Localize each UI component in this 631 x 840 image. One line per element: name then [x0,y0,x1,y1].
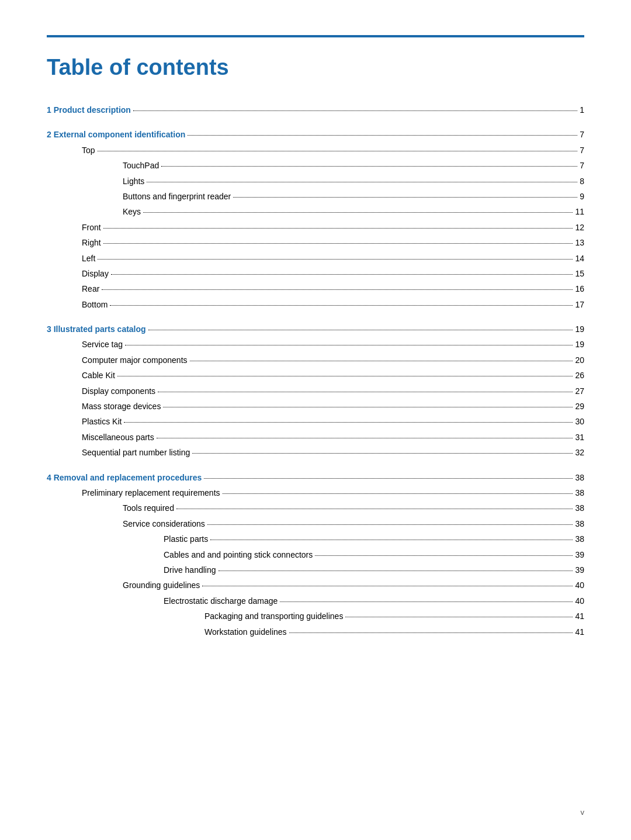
toc-entry-32[interactable]: Workstation guidelines41 [47,625,584,638]
toc-dots-10 [111,267,573,275]
toc-page-0: 1 [580,103,584,116]
toc-label-25: Service considerations [123,517,205,530]
toc-dots-25 [207,517,573,525]
toc-label-29: Grounding guidelines [123,579,200,592]
toc-label-20: Miscellaneous parts [82,431,154,444]
toc-label-0: 1 Product description [47,103,131,116]
toc-entry-8[interactable]: Right13 [47,236,584,249]
toc-entry-6[interactable]: Keys11 [47,205,584,218]
toc-dots-22 [204,471,573,479]
toc-page-6: 11 [575,205,584,218]
toc-dots-15 [190,353,573,361]
toc-entry-5[interactable]: Buttons and fingerprint reader9 [47,190,584,203]
toc-entry-22[interactable]: 4 Removal and replacement procedures38 [47,471,584,484]
toc-entry-29[interactable]: Grounding guidelines40 [47,579,584,592]
toc-dots-28 [219,563,573,571]
toc-entry-30[interactable]: Electrostatic discharge damage40 [47,594,584,607]
toc-label-23: Preliminary replacement requirements [82,486,220,499]
toc-dots-32 [289,625,573,633]
toc-label-17: Display components [82,385,155,397]
toc-entry-4[interactable]: Lights8 [47,175,584,188]
toc-page-12: 17 [575,298,584,311]
toc-entry-21[interactable]: Sequential part number listing32 [47,446,584,459]
toc-page-19: 30 [575,415,584,428]
toc-dots-14 [125,337,573,345]
toc-dots-1 [188,127,577,136]
toc-dots-30 [280,594,573,602]
toc-page-26: 38 [575,533,584,545]
toc-label-21: Sequential part number listing [82,446,190,459]
toc-label-15: Computer major components [82,354,188,367]
toc-dots-5 [233,189,577,198]
toc-dots-2 [98,143,578,151]
toc-entry-15[interactable]: Computer major components20 [47,354,584,367]
toc-label-31: Packaging and transporting guidelines [204,610,343,623]
toc-label-19: Plastics Kit [82,415,122,428]
toc-label-7: Front [82,221,101,234]
toc-entry-16[interactable]: Cable Kit26 [47,369,584,382]
toc-page-18: 29 [575,400,584,413]
toc-page-7: 12 [575,221,584,234]
toc-label-2: Top [82,144,95,157]
toc-entry-24[interactable]: Tools required38 [47,502,584,514]
toc-page-16: 26 [575,369,584,382]
toc-page-9: 14 [575,252,584,265]
toc-entry-27[interactable]: Cables and and pointing stick connectors… [47,548,584,561]
toc-page-4: 8 [580,175,584,188]
toc-entry-9[interactable]: Left14 [47,252,584,265]
toc-page-29: 40 [575,579,584,592]
toc-label-24: Tools required [123,502,174,514]
toc-dots-17 [158,384,573,392]
toc-dots-4 [147,174,577,182]
toc-page-5: 9 [580,190,584,203]
toc-page-30: 40 [575,594,584,607]
toc-entry-26[interactable]: Plastic parts38 [47,533,584,545]
toc-label-9: Left [82,252,95,265]
toc-dots-0 [133,103,577,111]
toc-label-32: Workstation guidelines [204,625,287,638]
toc-entry-18[interactable]: Mass storage devices29 [47,400,584,413]
toc-page-23: 38 [575,486,584,499]
toc-entry-25[interactable]: Service considerations38 [47,517,584,530]
toc-entry-10[interactable]: Display15 [47,267,584,280]
toc-page-1: 7 [580,128,584,141]
toc-entry-20[interactable]: Miscellaneous parts31 [47,431,584,444]
toc-label-13: 3 Illustrated parts catalog [47,323,146,336]
toc-entry-7[interactable]: Front12 [47,221,584,234]
toc-dots-7 [103,220,573,229]
toc-label-27: Cables and and pointing stick connectors [164,548,313,561]
toc-page-17: 27 [575,385,584,397]
toc-page-20: 31 [575,431,584,444]
toc-container: 1 Product description12 External compone… [47,103,584,638]
toc-entry-28[interactable]: Drive handling39 [47,564,584,576]
toc-entry-3[interactable]: TouchPad7 [47,159,584,172]
toc-label-5: Buttons and fingerprint reader [123,190,231,203]
toc-page-22: 38 [575,471,584,484]
toc-entry-11[interactable]: Rear16 [47,282,584,295]
toc-entry-2[interactable]: Top7 [47,144,584,157]
toc-dots-12 [110,298,573,306]
toc-page-15: 20 [575,354,584,367]
toc-entry-13[interactable]: 3 Illustrated parts catalog19 [47,323,584,336]
toc-label-10: Display [82,267,109,280]
toc-entry-19[interactable]: Plastics Kit30 [47,415,584,428]
toc-page-32: 41 [575,625,584,638]
toc-page-31: 41 [575,610,584,623]
toc-label-8: Right [82,236,101,249]
toc-entry-17[interactable]: Display components27 [47,385,584,397]
toc-entry-1[interactable]: 2 External component identification7 [47,128,584,141]
toc-entry-14[interactable]: Service tag19 [47,338,584,351]
toc-page-13: 19 [575,323,584,336]
toc-dots-18 [163,399,573,407]
page-footer: v [581,808,585,817]
toc-entry-0[interactable]: 1 Product description1 [47,103,584,116]
toc-page-21: 32 [575,446,584,459]
toc-dots-24 [176,501,573,509]
toc-page-10: 15 [575,267,584,280]
toc-dots-21 [192,445,573,454]
toc-entry-12[interactable]: Bottom17 [47,298,584,311]
toc-label-4: Lights [123,175,144,188]
toc-entry-31[interactable]: Packaging and transporting guidelines41 [47,610,584,623]
toc-label-1: 2 External component identification [47,128,185,141]
toc-entry-23[interactable]: Preliminary replacement requirements38 [47,486,584,499]
